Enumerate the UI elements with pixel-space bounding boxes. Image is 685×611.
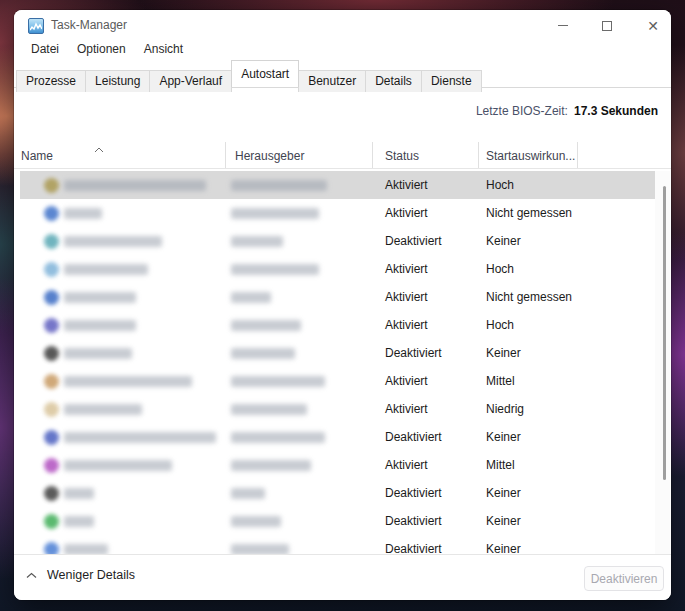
status-cell: Aktiviert [385, 451, 428, 479]
app-icon [44, 346, 59, 361]
menu-ansicht[interactable]: Ansicht [135, 40, 192, 60]
status-cell: Aktiviert [385, 171, 428, 199]
status-cell: Aktiviert [385, 255, 428, 283]
app-icon [44, 430, 59, 445]
redacted-name [64, 292, 136, 303]
task-manager-icon [28, 18, 44, 34]
column-header-startauswirkung[interactable]: Startauswirkun... [486, 149, 575, 163]
redacted-name [64, 208, 102, 219]
app-icon [44, 178, 59, 193]
startup-impact-cell: Nicht gemessen [486, 283, 572, 311]
redacted-name [64, 488, 94, 499]
redacted-name [64, 516, 94, 527]
table-row[interactable]: DeaktiviertKeiner [20, 479, 655, 507]
column-header-status[interactable]: Status [385, 149, 419, 163]
app-icon [44, 514, 59, 529]
table-row[interactable]: DeaktiviertKeiner [20, 227, 655, 255]
redacted-publisher [231, 292, 271, 303]
redacted-publisher [231, 544, 289, 554]
task-manager-window: Task-Manager ✕ Datei Optionen Ansicht Pr… [14, 10, 671, 600]
redacted-publisher [231, 376, 325, 387]
table-row[interactable]: AktiviertNicht gemessen [20, 283, 655, 311]
column-header-herausgeber[interactable]: Herausgeber [235, 149, 304, 163]
redacted-publisher [231, 236, 283, 247]
table-row[interactable]: AktiviertNicht gemessen [20, 199, 655, 227]
redacted-publisher [231, 208, 319, 219]
table-row[interactable]: AktiviertMittel [20, 451, 655, 479]
table-header: Name Herausgeber Status Startauswirkun..… [14, 140, 671, 169]
app-icon [44, 318, 59, 333]
startup-impact-cell: Keiner [486, 339, 521, 367]
table-row[interactable]: AktiviertMittel [20, 367, 655, 395]
startup-impact-cell: Hoch [486, 255, 514, 283]
table-rows: AktiviertHochAktiviertNicht gemessenDeak… [20, 171, 655, 554]
status-cell: Deaktiviert [385, 423, 442, 451]
column-divider[interactable] [577, 142, 578, 168]
column-divider[interactable] [225, 142, 226, 168]
close-icon: ✕ [647, 18, 659, 34]
status-cell: Aktiviert [385, 199, 428, 227]
bios-time-label: Letzte BIOS-Zeit: [476, 104, 568, 118]
maximize-button[interactable] [590, 14, 624, 37]
redacted-name [64, 432, 216, 443]
status-cell: Aktiviert [385, 311, 428, 339]
startup-impact-cell: Nicht gemessen [486, 199, 572, 227]
tab-details[interactable]: Details [365, 70, 422, 92]
tab-benutzer[interactable]: Benutzer [298, 70, 366, 92]
tab-strip: ProzesseLeistungApp-VerlaufAutostartBenu… [14, 62, 671, 88]
window-title: Task-Manager [51, 18, 127, 32]
status-cell: Deaktiviert [385, 339, 442, 367]
minimize-button[interactable] [546, 14, 580, 37]
tab-dienste[interactable]: Dienste [421, 70, 482, 92]
app-icon [44, 290, 59, 305]
app-icon [44, 206, 59, 221]
minimize-icon [558, 25, 568, 26]
startup-impact-cell: Mittel [486, 367, 515, 395]
app-icon [44, 234, 59, 249]
table-row[interactable]: DeaktiviertKeiner [20, 339, 655, 367]
table-row[interactable]: AktiviertHoch [20, 171, 655, 199]
footer-bar: Weniger Details Deaktivieren [14, 554, 671, 600]
startup-impact-cell: Niedrig [486, 395, 524, 423]
tab-autostart[interactable]: Autostart [231, 60, 299, 87]
redacted-publisher [231, 432, 325, 443]
tab-prozesse[interactable]: Prozesse [16, 70, 86, 92]
status-cell: Deaktiviert [385, 479, 442, 507]
redacted-publisher [231, 516, 281, 527]
status-cell: Deaktiviert [385, 507, 442, 535]
status-cell: Aktiviert [385, 367, 428, 395]
tab-leistung[interactable]: Leistung [85, 70, 150, 92]
app-icon [44, 262, 59, 277]
redacted-publisher [231, 320, 301, 331]
table-row[interactable]: AktiviertNiedrig [20, 395, 655, 423]
deaktivieren-button[interactable]: Deaktivieren [584, 566, 664, 591]
tab-app-verlauf[interactable]: App-Verlauf [149, 70, 232, 92]
close-button[interactable]: ✕ [636, 14, 670, 37]
column-header-name[interactable]: Name [21, 149, 53, 163]
table-row[interactable]: DeaktiviertKeiner [20, 423, 655, 451]
menu-optionen[interactable]: Optionen [68, 40, 135, 60]
chevron-up-icon [26, 572, 37, 579]
vertical-scrollbar[interactable] [655, 171, 670, 554]
bios-time-line: Letzte BIOS-Zeit:17.3 Sekunden [476, 104, 658, 118]
startup-impact-cell: Keiner [486, 227, 521, 255]
redacted-name [64, 404, 142, 415]
column-divider[interactable] [372, 142, 373, 168]
redacted-name [64, 460, 172, 471]
table-row[interactable]: AktiviertHoch [20, 255, 655, 283]
weniger-details-label: Weniger Details [47, 568, 135, 582]
table-row[interactable]: DeaktiviertKeiner [20, 535, 655, 554]
title-bar[interactable]: Task-Manager ✕ [14, 10, 671, 40]
table-row[interactable]: AktiviertHoch [20, 311, 655, 339]
weniger-details-toggle[interactable]: Weniger Details [26, 568, 135, 582]
redacted-name [64, 264, 148, 275]
menu-datei[interactable]: Datei [22, 40, 68, 60]
redacted-publisher [231, 404, 307, 415]
redacted-name [64, 236, 162, 247]
table-row[interactable]: DeaktiviertKeiner [20, 507, 655, 535]
redacted-name [64, 320, 136, 331]
redacted-name [64, 348, 132, 359]
scrollbar-thumb[interactable] [663, 186, 666, 480]
redacted-publisher [231, 460, 311, 471]
column-divider[interactable] [478, 142, 479, 168]
